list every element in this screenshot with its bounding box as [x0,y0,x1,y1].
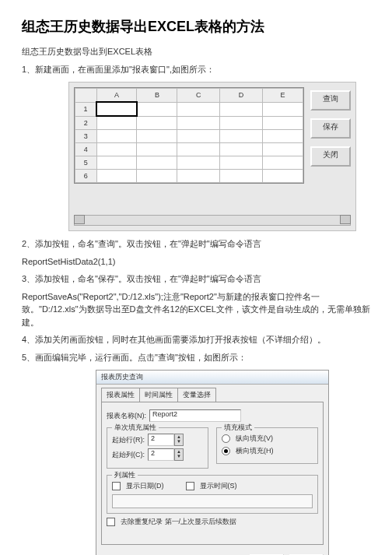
tab-var-select[interactable]: 变量选择 [177,388,216,402]
radio-horizontal[interactable] [222,447,230,455]
spinner-icon[interactable]: ▲▼ [174,434,184,446]
row-header: 6 [75,170,97,183]
row-header: 1 [75,102,97,116]
check-show-date[interactable] [112,482,121,490]
fill-props-group: 单次填充属性 [112,423,159,433]
check-dedup[interactable] [107,518,115,526]
col-header: C [177,89,220,103]
col-header: A [96,89,137,103]
save-button[interactable]: 保存 [310,118,351,139]
col-header: E [262,89,303,103]
step-2: 2、添加按钮，命名"查询"。双击按钮，在"弹起时"编写命令语言 [22,237,370,251]
tab-report-props[interactable]: 报表属性 [101,388,140,402]
page-title: 组态王历史数据导出EXCEL表格的方法 [22,17,370,36]
code-line-2: ReportSaveAs("Report2","D:/12.xls");注意"R… [22,290,370,329]
dedup-label: 去除重复纪录 第一/上次显示后续数据 [121,517,236,527]
check-show-time[interactable] [186,482,194,490]
show-time-label: 显示时间(S) [200,481,237,491]
query-button[interactable]: 查询 [310,90,351,111]
close-button[interactable]: 关闭 [310,146,351,167]
dialog-title: 报表历史查询 [96,371,328,385]
selected-cell[interactable] [96,102,137,116]
step-1: 1、新建画面，在画面里添加"报表窗口",如图所示： [22,63,370,76]
vertical-fill-label: 纵向填充(V) [236,434,273,444]
time-format-preview [112,494,313,508]
fill-mode-group: 填充模式 [222,423,254,433]
report-window-screenshot: A B C D E 1 2 3 4 5 6 查询 保存 关闭 [68,82,356,231]
report-name-label: 报表名称(N): [107,411,146,421]
start-col-field[interactable]: 2 [148,448,174,461]
spreadsheet-grid: A B C D E 1 2 3 4 5 6 [74,87,304,184]
row-header: 3 [75,130,97,143]
history-query-dialog: 报表历史查询 报表属性时间属性变量选择 报表名称(N): Report2 单次填… [96,370,329,555]
report-name-field[interactable]: Report2 [149,409,241,422]
start-row-field[interactable]: 2 [148,434,174,446]
step-5: 5、画面编辑完毕，运行画面。点击"查询"按钮，如图所示： [22,351,370,364]
start-row-label: 起始行(R): [112,435,145,445]
corner-cell [75,89,97,103]
row-header: 2 [75,116,97,130]
step-4: 4、添加关闭画面按钮，同时在其他画面需要添加打开报表按钮（不详细介绍）。 [22,333,370,346]
spinner-icon[interactable]: ▲▼ [174,448,184,461]
intro-line: 组态王历史数据导出到EXCEL表格 [22,45,370,58]
start-col-label: 起始列(C): [112,450,145,460]
step-3: 3、添加按钮，命名"保存"。双击按钮，在"弹起时"编写命令语言 [22,272,370,286]
col-header: B [137,89,177,103]
show-date-label: 显示日期(D) [126,481,164,491]
row-header: 4 [75,143,97,156]
row-header: 5 [75,156,97,170]
radio-vertical[interactable] [222,434,230,443]
col-header: D [220,89,263,103]
col-props-group: 列属性 [112,470,138,480]
horizontal-fill-label: 横向填充(H) [236,446,274,456]
horizontal-scrollbar[interactable] [74,215,351,226]
tab-time-props[interactable]: 时间属性 [139,388,178,402]
code-line-1: ReportSetHistData2(1,1) [22,255,370,269]
